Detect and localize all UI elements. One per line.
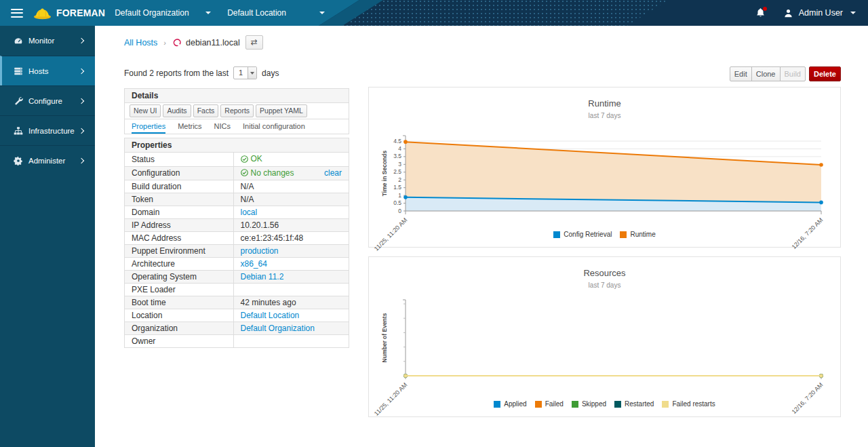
legend-item-failed[interactable]: Failed — [535, 400, 564, 408]
location-dropdown[interactable]: Default Location — [219, 0, 333, 26]
resources-chart: Number of Events11/25, 11:20 AM12/16, 7:… — [369, 294, 840, 408]
runtime-chart: 00.511.522.533.544.5Time in Seconds11/25… — [369, 125, 840, 239]
user-name: Admin User — [799, 8, 843, 18]
legend-item-runtime[interactable]: Runtime — [620, 231, 655, 238]
legend-label: Failed restarts — [672, 400, 715, 408]
property-row: Owner — [125, 335, 349, 348]
foreman-logo[interactable]: FOREMAN — [33, 5, 105, 20]
tab-nics[interactable]: NICs — [214, 119, 231, 134]
breadcrumb-all-hosts-link[interactable]: All Hosts — [124, 38, 157, 47]
legend-item-applied[interactable]: Applied — [494, 400, 526, 408]
property-row: Architecturex86_64 — [125, 258, 349, 271]
legend-label: Applied — [504, 400, 526, 408]
property-label: IP Address — [125, 219, 233, 232]
property-value-link[interactable]: x86_64 — [241, 259, 267, 269]
svg-text:12/16, 7:20 AM: 12/16, 7:20 AM — [791, 381, 825, 415]
sidebar-item-monitor[interactable]: Monitor — [0, 26, 95, 56]
chart-subtitle: last 7 days — [369, 112, 840, 119]
property-label: Boot time — [125, 296, 233, 309]
sidebar-item-label: Monitor — [28, 37, 54, 45]
legend-swatch — [614, 401, 621, 408]
property-value-link[interactable]: production — [241, 246, 279, 256]
delete-button[interactable]: Delete — [809, 66, 841, 81]
property-label: PXE Loader — [125, 284, 233, 296]
legend-item-restarted[interactable]: Restarted — [614, 400, 654, 408]
reports-button[interactable]: Reports — [220, 104, 254, 117]
host-switcher-button[interactable]: ⇄ — [245, 35, 263, 50]
clone-button[interactable]: Clone — [751, 66, 781, 81]
details-tabs: PropertiesMetricsNICsInitial configurati… — [125, 119, 349, 134]
property-label: Domain — [125, 206, 233, 219]
details-panel: Details New UIAuditsFactsReportsPuppet Y… — [124, 88, 349, 134]
resources-chart-card: Resources last 7 days Number of Events11… — [368, 256, 841, 417]
property-row: Domainlocal — [125, 206, 349, 219]
clear-link[interactable]: clear — [324, 167, 342, 179]
property-value-link[interactable]: local — [241, 208, 258, 217]
gear-icon — [14, 155, 23, 166]
notifications-button[interactable] — [755, 7, 766, 18]
svg-text:11/25, 11:20 AM: 11/25, 11:20 AM — [373, 381, 408, 416]
legend-item-skipped[interactable]: Skipped — [572, 400, 606, 408]
found-reports-text: Found 2 reports from the last — [124, 69, 229, 78]
puppet-yaml-button[interactable]: Puppet YAML — [256, 104, 307, 117]
menu-toggle-icon[interactable] — [11, 9, 23, 18]
tab-metrics[interactable]: Metrics — [178, 119, 201, 134]
property-value-link[interactable]: Default Organization — [241, 324, 315, 333]
sidebar-item-configure[interactable]: Configure — [0, 85, 95, 115]
property-row: MAC Addressce:e1:23:45:1f:48 — [125, 232, 349, 245]
chevron-right-icon — [79, 38, 84, 43]
legend-label: Runtime — [630, 231, 655, 238]
svg-text:1.5: 1.5 — [393, 184, 401, 191]
wrench-icon — [14, 96, 23, 106]
chevron-right-icon — [79, 98, 84, 103]
legend-label: Restarted — [625, 400, 654, 408]
sidebar-item-administer[interactable]: Administer — [0, 145, 95, 175]
tab-properties[interactable]: Properties — [132, 119, 165, 134]
location-label: Default Location — [227, 8, 286, 18]
legend-item-failed-restarts[interactable]: Failed restarts — [662, 400, 715, 408]
chevron-right-icon — [79, 128, 84, 133]
property-row: Puppet Environmentproduction — [125, 245, 349, 258]
property-value: 42 minutes ago — [241, 298, 296, 307]
chevron-down-icon — [319, 12, 325, 14]
legend-item-config-retrieval[interactable]: Config Retrieval — [553, 231, 612, 238]
chevron-right-icon — [79, 68, 84, 73]
chevron-right-icon — [79, 157, 84, 163]
property-label: Architecture — [125, 258, 233, 271]
days-select[interactable]: 1 — [233, 66, 257, 79]
sidebar-item-label: Configure — [28, 97, 62, 105]
breadcrumb-separator: › — [163, 39, 166, 47]
chevron-down-icon — [205, 12, 211, 14]
property-row: OrganizationDefault Organization — [125, 322, 349, 335]
property-label: MAC Address — [125, 232, 233, 245]
property-value-link[interactable]: Default Location — [241, 311, 300, 320]
breadcrumb: All Hosts › debian11.local ⇄ — [124, 35, 263, 50]
sidebar-item-infrastructure[interactable]: Infrastructure — [0, 115, 95, 145]
sidebar: MonitorHostsConfigureInfrastructureAdmin… — [0, 26, 95, 447]
chevron-down-icon — [850, 12, 856, 14]
status-ok-badge: OK — [241, 153, 262, 165]
gauge-icon — [14, 36, 23, 46]
property-value-link[interactable]: Debian 11.2 — [241, 272, 284, 281]
check-circle-icon — [241, 155, 251, 163]
sidebar-item-label: Hosts — [28, 67, 48, 75]
tab-initial-configuration[interactable]: Initial configuration — [243, 119, 305, 134]
sitemap-icon — [14, 125, 23, 136]
sidebar-item-hosts[interactable]: Hosts — [0, 56, 95, 85]
user-menu[interactable]: Admin User — [783, 8, 856, 18]
build-button: Build — [780, 66, 806, 81]
svg-text:4.5: 4.5 — [393, 138, 401, 144]
sidebar-item-label: Administer — [28, 157, 65, 165]
audits-button[interactable]: Audits — [163, 104, 191, 117]
property-row: ConfigurationNo changesclear — [125, 166, 349, 180]
property-label: Puppet Environment — [125, 245, 233, 258]
svg-text:0.5: 0.5 — [393, 199, 401, 206]
property-row: StatusOK — [125, 153, 349, 166]
new-ui-button[interactable]: New UI — [130, 104, 161, 117]
edit-button[interactable]: Edit — [730, 66, 752, 81]
legend-swatch — [620, 231, 627, 238]
organization-label: Default Organization — [115, 8, 189, 18]
facts-button[interactable]: Facts — [193, 104, 219, 117]
organization-dropdown[interactable]: Default Organization — [106, 0, 219, 26]
chart-subtitle: last 7 days — [369, 281, 840, 289]
